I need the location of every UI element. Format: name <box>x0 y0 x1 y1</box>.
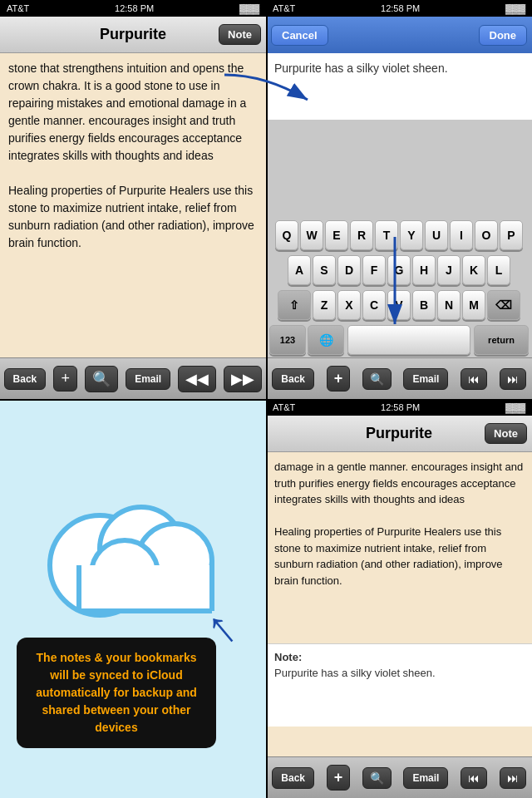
key-o[interactable]: O <box>475 220 498 250</box>
search-button-br[interactable]: 🔍 <box>362 767 392 789</box>
note-label-br: Note: <box>274 651 524 663</box>
key-shift[interactable]: ⇧ <box>278 290 311 320</box>
time-tl: 12:58 PM <box>115 3 154 13</box>
key-s[interactable]: S <box>313 255 336 285</box>
key-b[interactable]: B <box>412 290 436 320</box>
keyboard-row-4: 123 🌐 return <box>266 323 532 357</box>
key-m[interactable]: M <box>462 290 485 320</box>
status-bar-tr: AT&T 12:58 PM ▓▓▓ <box>266 0 532 17</box>
key-x[interactable]: X <box>337 290 361 320</box>
page-title-br: Purpurite <box>366 425 432 442</box>
callout-text-bl: The notes & your bookmarks will be synce… <box>36 651 197 734</box>
email-button-kbtr[interactable]: Email <box>403 368 448 390</box>
key-d[interactable]: D <box>337 255 361 285</box>
prev-button-kbtr[interactable]: ⏮ <box>461 368 487 390</box>
key-a[interactable]: A <box>288 255 311 285</box>
key-w[interactable]: W <box>300 220 323 250</box>
next-button-tl[interactable]: ▶▶ <box>224 366 262 392</box>
toolbar-br: Back + 🔍 Email ⏮ ⏭ <box>266 756 532 798</box>
key-c[interactable]: C <box>362 290 386 320</box>
keyboard-row-1: Q W E R T Y U I O P <box>266 218 532 253</box>
key-j[interactable]: J <box>437 255 461 285</box>
key-delete[interactable]: ⌫ <box>487 290 520 320</box>
prev-button-br[interactable]: ⏮ <box>461 767 487 789</box>
content-tl: stone that strengthens intuition and ope… <box>0 53 266 357</box>
carrier-tl: AT&T <box>7 3 29 13</box>
key-g[interactable]: G <box>387 255 411 285</box>
key-z[interactable]: Z <box>313 290 336 320</box>
search-button-kbtr[interactable]: 🔍 <box>362 368 392 390</box>
nav-bar-tr: Cancel Done <box>266 17 532 53</box>
note-text-br: Purpurite has a silky violet sheen. <box>274 667 524 679</box>
key-space[interactable] <box>347 325 470 355</box>
keyboard-row-3: ⇧ Z X C V B N M ⌫ <box>266 288 532 323</box>
battery-tr: ▓▓▓ <box>505 3 525 13</box>
key-t[interactable]: T <box>375 220 398 250</box>
note-button-tl[interactable]: Note <box>219 24 261 45</box>
key-u[interactable]: U <box>425 220 448 250</box>
add-button-kbtr[interactable]: + <box>327 366 351 392</box>
title-bar-tl: Purpurite Note <box>0 17 266 53</box>
svg-rect-4 <box>79 565 212 611</box>
back-button-tl[interactable]: Back <box>4 368 47 390</box>
search-button-tl[interactable]: 🔍 <box>85 366 118 392</box>
prev-button-tl[interactable]: ◀◀ <box>178 366 216 392</box>
note-textarea-tr[interactable]: Purpurite has a silky violet sheen. <box>266 53 532 120</box>
keyboard-row-2: A S D F G H J K L <box>266 253 532 288</box>
key-e[interactable]: E <box>325 220 348 250</box>
horizontal-divider <box>0 399 532 401</box>
key-r[interactable]: R <box>350 220 373 250</box>
key-h[interactable]: H <box>412 255 436 285</box>
add-button-br[interactable]: + <box>327 765 351 791</box>
time-tr: 12:58 PM <box>381 3 420 13</box>
key-123[interactable]: 123 <box>269 325 306 355</box>
key-f[interactable]: F <box>362 255 386 285</box>
content-br: damage in a gentle manner. encourages in… <box>266 452 532 643</box>
key-v[interactable]: V <box>387 290 411 320</box>
key-i[interactable]: I <box>450 220 473 250</box>
keyboard-tr: Q W E R T Y U I O P A S D F G H J K L ⇧ … <box>266 218 532 357</box>
key-return[interactable]: return <box>474 325 529 355</box>
callout-box-bl: The notes & your bookmarks will be synce… <box>17 638 216 748</box>
key-l[interactable]: L <box>487 255 510 285</box>
email-button-tl[interactable]: Email <box>126 368 170 390</box>
top-right-panel: AT&T 12:58 PM ▓▓▓ Cancel Done Purpurite … <box>266 0 532 399</box>
key-k[interactable]: K <box>462 255 485 285</box>
status-bar-br: AT&T 12:58 PM ▓▓▓ <box>266 399 532 416</box>
key-y[interactable]: Y <box>400 220 423 250</box>
key-n[interactable]: N <box>437 290 461 320</box>
carrier-br: AT&T <box>273 402 295 412</box>
back-button-kbtr[interactable]: Back <box>272 368 314 390</box>
title-bar-br: Purpurite Note <box>266 416 532 452</box>
top-left-panel: AT&T 12:58 PM ▓▓▓ Purpurite Note stone t… <box>0 0 266 399</box>
toolbar-tl: Back + 🔍 Email ◀◀ ▶▶ <box>0 357 266 399</box>
next-button-kbtr[interactable]: ⏭ <box>500 368 526 390</box>
battery-tl: ▓▓▓ <box>239 3 259 13</box>
time-br: 12:58 PM <box>381 402 420 412</box>
carrier-tr: AT&T <box>273 3 295 13</box>
key-p[interactable]: P <box>500 220 523 250</box>
keyboard-toolbar-tr: Back + 🔍 Email ⏮ ⏭ <box>266 357 532 399</box>
done-button-tr[interactable]: Done <box>479 25 528 46</box>
key-globe[interactable]: 🌐 <box>308 325 344 355</box>
battery-br: ▓▓▓ <box>505 402 525 412</box>
page-title-tl: Purpurite <box>100 26 166 43</box>
cancel-button-tr[interactable]: Cancel <box>271 25 328 46</box>
note-section-br: Note: Purpurite has a silky violet sheen… <box>266 643 532 727</box>
note-button-br[interactable]: Note <box>485 423 527 444</box>
next-button-br[interactable]: ⏭ <box>500 767 526 789</box>
key-q[interactable]: Q <box>275 220 298 250</box>
status-bar-tl: AT&T 12:58 PM ▓▓▓ <box>0 0 266 17</box>
bottom-left-panel: ↑ The notes & your bookmarks will be syn… <box>0 399 266 798</box>
back-button-br[interactable]: Back <box>272 767 314 789</box>
add-button-tl[interactable]: + <box>53 366 77 392</box>
email-button-br[interactable]: Email <box>403 767 448 789</box>
bottom-right-panel: AT&T 12:58 PM ▓▓▓ Purpurite Note damage … <box>266 399 532 798</box>
